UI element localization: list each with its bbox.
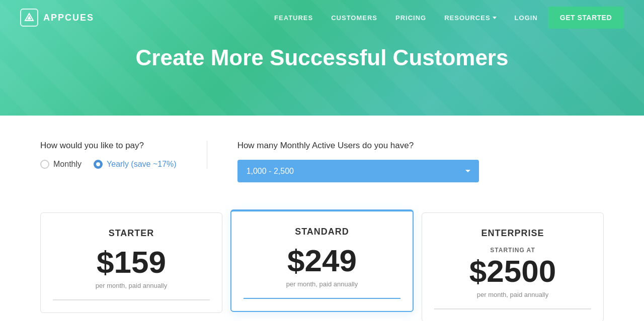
nav-login[interactable]: LOGIN xyxy=(515,14,538,22)
pay-question: How would you like to pay? xyxy=(40,141,177,151)
enterprise-title: ENTERPRISE xyxy=(434,228,591,239)
mau-select-wrapper: Under 1,000 1,000 - 2,500 2,500 - 5,000 … xyxy=(237,160,604,182)
logo-icon xyxy=(20,9,38,27)
enterprise-price: $2500 xyxy=(434,256,591,287)
starter-price: $159 xyxy=(53,247,210,278)
standard-card: STANDARD $249 per month, paid annually xyxy=(230,209,414,312)
monthly-option[interactable]: Monthly xyxy=(40,160,82,169)
nav-features[interactable]: FEATURES xyxy=(274,14,313,22)
starter-period: per month, paid annually xyxy=(53,282,210,289)
mau-question: How many Monthly Active Users do you hav… xyxy=(237,141,604,151)
mau-section: How many Monthly Active Users do you hav… xyxy=(237,141,604,182)
navigation: APPCUES FEATURES CUSTOMERS PRICING RESOU… xyxy=(0,0,644,35)
billing-radio-group: Monthly Yearly (save ~17%) xyxy=(40,160,177,169)
standard-period: per month, paid annually xyxy=(244,280,400,288)
standard-price: $249 xyxy=(244,245,400,276)
billing-section: How would you like to pay? Monthly Yearl… xyxy=(40,141,604,192)
pricing-cards: STARTER $159 per month, paid annually ST… xyxy=(40,212,604,321)
main-content: How would you like to pay? Monthly Yearl… xyxy=(0,116,644,321)
yearly-label: Yearly (save ~17%) xyxy=(107,160,177,169)
standard-title: STANDARD xyxy=(244,227,400,237)
mau-select[interactable]: Under 1,000 1,000 - 2,500 2,500 - 5,000 … xyxy=(237,160,479,182)
logo-text: APPCUES xyxy=(43,13,94,23)
starter-divider xyxy=(53,299,210,300)
enterprise-card: ENTERPRISE STARTING AT $2500 per month, … xyxy=(422,212,604,321)
monthly-radio[interactable] xyxy=(40,160,49,169)
nav-links: FEATURES CUSTOMERS PRICING RESOURCES LOG… xyxy=(274,14,538,22)
yearly-option[interactable]: Yearly (save ~17%) xyxy=(94,160,177,169)
standard-divider xyxy=(244,298,400,299)
yearly-radio[interactable] xyxy=(94,160,103,169)
enterprise-period: per month, paid annually xyxy=(434,291,591,298)
enterprise-starting-at: STARTING AT xyxy=(434,247,591,254)
hero-title: Create More Successful Customers xyxy=(136,45,509,70)
nav-customers[interactable]: CUSTOMERS xyxy=(331,14,377,22)
enterprise-divider xyxy=(434,308,591,309)
get-started-button[interactable]: GET STARTED xyxy=(548,7,624,29)
logo[interactable]: APPCUES xyxy=(20,9,94,27)
billing-pay-section: How would you like to pay? Monthly Yearl… xyxy=(40,141,207,169)
starter-title: STARTER xyxy=(53,228,210,239)
nav-pricing[interactable]: PRICING xyxy=(395,14,426,22)
starter-card: STARTER $159 per month, paid annually xyxy=(40,212,222,313)
nav-resources[interactable]: RESOURCES xyxy=(444,14,496,22)
monthly-label: Monthly xyxy=(53,160,82,169)
chevron-down-icon xyxy=(493,17,497,19)
